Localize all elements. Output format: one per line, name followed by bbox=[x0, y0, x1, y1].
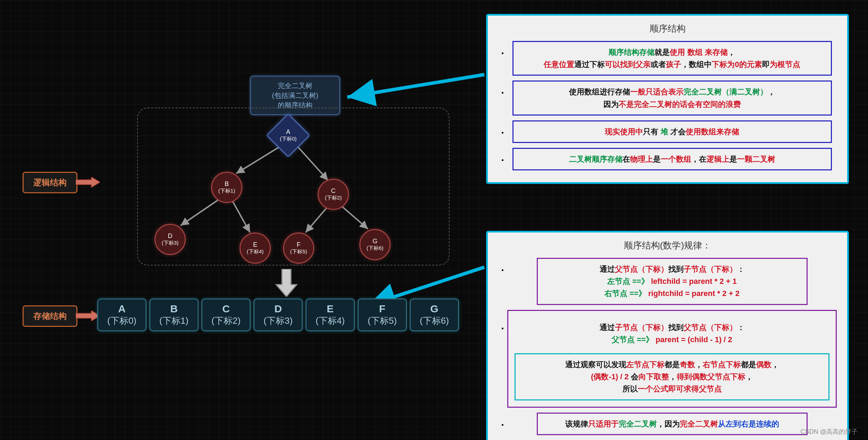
panel-bottom: 顺序结构(数学)规律： 通过父节点（下标）找到子节点（下标）：左节点 ==》 l… bbox=[486, 231, 849, 440]
node-C: C(下标2) bbox=[318, 179, 349, 210]
down-arrow-icon bbox=[274, 269, 299, 297]
array-cell-2: C(下标2) bbox=[201, 298, 251, 331]
info-box: 使用数组进行存储一般只适合表示完全二叉树（满二叉树），因为不是完全二叉树的话会有… bbox=[512, 81, 832, 115]
array-cell-1: B(下标1) bbox=[149, 298, 199, 331]
label-logic: 逻辑结构 bbox=[23, 172, 77, 193]
node-B: B(下标1) bbox=[211, 172, 242, 203]
panel2-list: 通过父节点（下标）找到子节点（下标）：左节点 ==》 leftchild = p… bbox=[498, 258, 837, 435]
pink-arrow-icon bbox=[76, 177, 100, 187]
header-text: 完全二叉树 (包括满二叉树) 的顺序结构 bbox=[257, 81, 333, 110]
node-D: D(下标3) bbox=[155, 224, 186, 255]
array-cell-4: E(下标4) bbox=[306, 298, 355, 331]
observation-box: 通过观察可以发现左节点下标都是奇数，右节点下标都是偶数，(偶数-1) / 2 会… bbox=[515, 353, 829, 400]
child-to-parent-wrapper: 通过子节点（下标）找到父节点（下标）：父节点 ==》 parent = (chi… bbox=[507, 310, 837, 408]
panel-top: 顺序结构 顺序结构存储就是使用 数组 来存储，任意位置通过下标可以找到父亲或者孩… bbox=[486, 14, 849, 184]
node-E: E(下标4) bbox=[240, 232, 271, 264]
node-F: F(下标5) bbox=[283, 232, 314, 264]
info-box: 二叉树顺序存储在物理上是一个数组，在逻辑上是一颗二叉树 bbox=[512, 148, 832, 170]
panel-title: 顺序结构(数学)规律： bbox=[498, 239, 837, 252]
array-row: A(下标0)B(下标1)C(下标2)D(下标3)E(下标4)F(下标5)G(下标… bbox=[97, 298, 459, 331]
label-store: 存储结构 bbox=[23, 305, 77, 327]
info-box: 顺序结构存储就是使用 数组 来存储，任意位置通过下标可以找到父亲或者孩子，数组中… bbox=[512, 41, 832, 76]
parent-to-child-box: 通过父节点（下标）找到子节点（下标）：左节点 ==》 leftchild = p… bbox=[537, 258, 808, 305]
panel1-list: 顺序结构存储就是使用 数组 来存储，任意位置通过下标可以找到父亲或者孩子，数组中… bbox=[498, 41, 837, 170]
array-cell-3: D(下标3) bbox=[253, 298, 303, 331]
watermark: CSDN @高高的胖子 bbox=[801, 428, 858, 436]
array-cell-5: F(下标5) bbox=[358, 298, 407, 331]
array-cell-6: G(下标6) bbox=[410, 298, 459, 331]
child-to-parent-box: 通过子节点（下标）找到父节点（下标）：父节点 ==》 parent = (chi… bbox=[537, 317, 808, 350]
rule-box: 该规律只适用于完全二叉树，因为完全二叉树从左到右是连续的 bbox=[537, 413, 808, 435]
array-cell-0: A(下标0) bbox=[97, 298, 147, 331]
panel-title: 顺序结构 bbox=[498, 23, 837, 35]
info-box: 现实使用中只有 堆 才会使用数组来存储 bbox=[512, 120, 832, 143]
pink-arrow-icon bbox=[76, 311, 100, 321]
node-G: G(下标6) bbox=[359, 229, 391, 260]
